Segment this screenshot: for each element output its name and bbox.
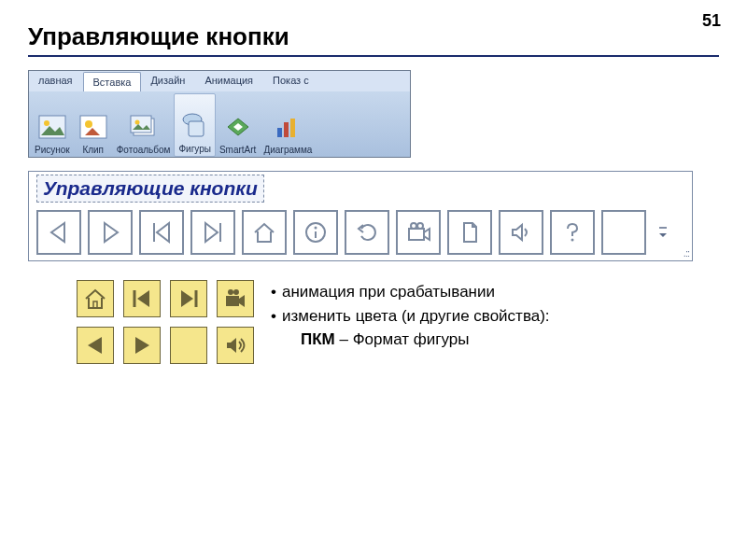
picture-icon [36,111,68,143]
panel-title-bar: Управляющие кнопки [29,172,692,203]
page-title: Управляющие кнопки [28,22,719,51]
svg-point-1 [44,120,49,126]
ribbon-btn-clip[interactable]: Клип [74,93,113,157]
svg-point-6 [134,120,139,125]
svg-rect-8 [189,121,204,136]
note-line-3-bold: ПКМ [301,330,335,348]
action-return-button[interactable] [345,210,389,255]
title-underline [28,55,719,57]
note-line-1: анимация при срабатывании [282,280,495,304]
tab-slideshow[interactable]: Показ с [263,71,319,91]
svg-rect-22 [93,301,97,308]
action-sound-button[interactable] [499,210,543,255]
tab-design[interactable]: Дизайн [141,71,195,91]
yellow-buttons-grid [77,280,254,364]
ribbon-btn-label: Диаграмма [263,145,312,155]
ribbon-btn-label: Фигуры [178,144,210,154]
bullet-icon: • [271,304,276,329]
ribbon-btn-label: SmartArt [219,145,256,155]
ybtn-blank[interactable] [170,327,207,364]
svg-point-3 [85,120,92,128]
svg-rect-5 [131,116,151,133]
svg-rect-11 [290,119,295,137]
clip-icon [78,111,109,143]
ribbon-btn-picture[interactable]: Рисунок [31,93,74,157]
ybtn-forward[interactable] [123,327,161,364]
ybtn-sound[interactable] [217,327,254,364]
smartart-icon [222,111,254,143]
svg-point-27 [233,289,239,295]
ribbon-btn-label: Клип [82,145,104,155]
svg-point-26 [228,289,233,295]
ribbon-btn-smartart[interactable]: SmartArt [216,93,260,157]
lower-section: •анимация при срабатывании •изменить цве… [28,280,719,364]
ribbon-body: Рисунок Клип Фотоальбом Фигуры SmartArt [29,91,410,157]
ybtn-begin[interactable] [123,280,161,317]
resize-handle-icon[interactable]: .:: [684,247,689,259]
photo-album-icon [128,111,160,143]
action-help-button[interactable] [550,210,595,255]
ybtn-home[interactable] [77,280,114,317]
notes: •анимация при срабатывании •изменить цве… [271,280,550,352]
tab-animation[interactable]: Анимация [195,71,263,91]
shapes-icon [179,110,211,142]
note-line-2: изменить цвета (и другие свойства): [282,304,550,329]
ybtn-end[interactable] [170,280,207,317]
action-forward-button[interactable] [88,210,133,255]
svg-rect-9 [277,128,282,137]
svg-point-20 [571,239,574,242]
ribbon-btn-chart[interactable]: Диаграмма [260,93,316,157]
bullet-icon: • [271,280,276,304]
svg-point-15 [315,227,317,230]
action-home-button[interactable] [242,210,287,255]
svg-rect-10 [284,122,289,137]
action-buttons-panel: Управляющие кнопки .:: [28,171,693,261]
ribbon-btn-label: Рисунок [35,145,70,155]
svg-point-19 [417,223,423,229]
panel-dropdown[interactable] [655,221,671,244]
ribbon: лавная Вставка Дизайн Анимация Показ с Р… [28,70,411,158]
chart-icon [272,111,303,143]
ribbon-btn-photoalbum[interactable]: Фотоальбом [113,93,175,157]
panel-title: Управляющие кнопки [36,175,264,203]
ribbon-tabs: лавная Вставка Дизайн Анимация Показ с [29,71,410,91]
page-number: 51 [702,11,721,31]
svg-rect-25 [226,296,239,306]
ybtn-movie[interactable] [217,280,254,317]
action-document-button[interactable] [447,210,492,255]
ribbon-btn-label: Фотоальбом [117,145,171,155]
panel-buttons [29,203,692,260]
action-info-button[interactable] [293,210,338,255]
ribbon-btn-shapes[interactable]: Фигуры [174,93,215,157]
svg-point-18 [411,223,416,229]
tab-insert[interactable]: Вставка [83,72,142,91]
action-begin-button[interactable] [139,210,184,255]
action-custom-button[interactable] [601,210,646,255]
action-back-button[interactable] [36,210,81,255]
action-movie-button[interactable] [396,210,441,255]
note-line-3-rest: – Формат фигуры [335,330,470,348]
svg-rect-17 [409,229,424,240]
ybtn-back[interactable] [77,327,114,364]
tab-home[interactable]: лавная [29,71,83,91]
action-end-button[interactable] [190,210,235,255]
